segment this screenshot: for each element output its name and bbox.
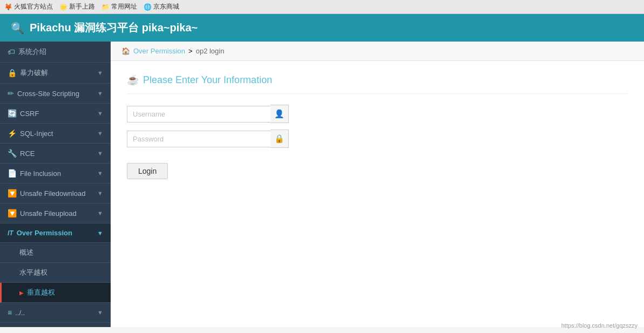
sidebar-submenu-horizontal[interactable]: 水平越权 [0,263,111,283]
sidebar: 🏷 系统介绍 🔒 暴力破解 ▼ ✏ Cross-Site Scripting ▼… [0,42,111,327]
sidebar-item-csrf[interactable]: 🔄 CSRF ▼ [0,104,111,124]
overperm-icon: IT [8,229,13,237]
app-title: Pikachu 漏洞练习平台 pika~pika~ [30,21,198,35]
sidebar-item-brute[interactable]: 🔒 暴力破解 ▼ [0,63,111,84]
active-arrow-icon: ▶ [19,290,24,296]
sqli-icon: ⚡ [8,129,17,138]
username-input[interactable] [127,106,270,123]
bookmark-newuser[interactable]: 🌟 新手上路 [59,2,95,11]
header-search-icon: 🔍 [11,22,24,35]
csrf-icon: 🔄 [8,109,17,118]
sidebar-item-fileup-label: Unsafe Fileupload [20,209,77,218]
breadcrumb-separator: > [188,47,193,55]
rce-icon: 🔧 [8,149,17,158]
bookmark-jd-label: 京东商城 [153,2,179,11]
app-header: 🔍 Pikachu 漏洞练习平台 pika~pika~ [0,14,644,42]
breadcrumb: 🏠 Over Permission > op2 login [111,42,644,61]
breadcrumb-parent[interactable]: Over Permission [133,47,185,55]
firefox-icon: 🦊 [4,3,12,11]
sidebar-item-xss-label: Cross-Site Scripting [17,90,79,98]
form-title-text: Please Enter Your Information [143,74,272,86]
sidebar-item-filedown[interactable]: 🔽 Unsafe Filedownload ▼ [0,184,111,203]
sidebar-item-brute-label: 暴力破解 [20,68,48,78]
sidebar-submenu-overview[interactable]: 概述 [0,243,111,263]
bookmark-firefox[interactable]: 🦊 火狐官方站点 [4,2,53,11]
lock-field-icon: 🔒 [270,130,289,148]
sidebar-item-overperm[interactable]: IT Over Permission ▼ [0,223,111,243]
tag-icon: 🏷 [8,47,15,56]
password-input[interactable] [127,131,270,147]
form-title: ☕ Please Enter Your Information [127,74,628,94]
home-icon: 🏠 [121,47,130,55]
sidebar-item-sqli-label: SQL-Inject [20,130,53,138]
bookmark-newuser-label: 新手上路 [69,2,95,11]
newuser-icon: 🌟 [59,3,67,11]
sidebar-item-rce[interactable]: 🔧 RCE ▼ [0,144,111,164]
common-icon: 📁 [101,3,110,11]
browser-bookmarks-bar: 🦊 火狐官方站点 🌟 新手上路 📁 常用网址 🌐 京东商城 [0,0,644,14]
fileinc-icon: 📄 [8,169,17,178]
xss-icon: ✏ [8,89,14,98]
bookmark-common-label: 常用网址 [111,2,137,11]
main-layout: 🏷 系统介绍 🔒 暴力破解 ▼ ✏ Cross-Site Scripting ▼… [0,42,644,327]
sidebar-item-fileinc[interactable]: 📄 File Inclusion ▼ [0,164,111,184]
chevron-icon: ▼ [97,170,103,176]
footer-note: https://blog.csdn.net/gqzszzy [561,322,638,327]
form-area: ☕ Please Enter Your Information 👤 🔒 Logi… [111,61,644,192]
sidebar-item-fileinc-label: File Inclusion [20,169,61,178]
sidebar-item-fileup[interactable]: 🔽 Unsafe Fileupload ▼ [0,203,111,223]
chevron-icon: ▼ [97,70,103,76]
sidebar-item-csrf-label: CSRF [20,110,39,118]
password-input-group: 🔒 [127,130,289,148]
dotdot-icon: ≡ [8,308,12,317]
fileup-icon: 🔽 [8,209,17,218]
chevron-icon: ▼ [97,150,103,157]
horizontal-label: 水平越权 [19,268,48,277]
bookmark-firefox-label: 火狐官方站点 [14,2,53,11]
sidebar-item-xss[interactable]: ✏ Cross-Site Scripting ▼ [0,84,111,104]
chevron-icon: ▼ [97,309,103,316]
login-button[interactable]: Login [127,163,168,179]
sidebar-item-filedown-label: Unsafe Filedownload [20,189,85,198]
chevron-icon: ▼ [97,130,103,137]
username-input-group: 👤 [127,105,289,123]
chevron-icon: ▼ [97,90,103,97]
sidebar-item-dotdot[interactable]: ≡ ../.. ▼ [0,303,111,323]
jd-icon: 🌐 [144,3,152,11]
main-content: 🏠 Over Permission > op2 login ☕ Please E… [111,42,644,327]
cup-icon: ☕ [127,74,139,86]
chevron-icon: ▼ [97,230,103,236]
chevron-icon: ▼ [97,210,103,216]
sidebar-item-overperm-label: Over Permission [17,229,72,237]
overview-label: 概述 [19,248,33,257]
bookmark-jd[interactable]: 🌐 京东商城 [144,2,179,11]
vertical-label: 垂直越权 [27,288,55,297]
sidebar-item-sqli[interactable]: ⚡ SQL-Inject ▼ [0,124,111,144]
chevron-icon: ▼ [97,110,103,117]
bookmark-common[interactable]: 📁 常用网址 [101,2,137,11]
sidebar-item-intro-label: 系统介绍 [18,47,46,57]
sidebar-item-intro[interactable]: 🏷 系统介绍 [0,42,111,63]
sidebar-item-dotdot-label: ../.. [15,309,25,317]
lock-icon: 🔒 [8,69,17,77]
breadcrumb-current: op2 login [196,47,225,55]
sidebar-submenu-vertical[interactable]: ▶ 垂直越权 [0,283,111,303]
chevron-icon: ▼ [97,190,103,196]
sidebar-item-rce-label: RCE [20,149,35,158]
user-icon: 👤 [270,105,289,123]
filedown-icon: 🔽 [8,189,17,198]
